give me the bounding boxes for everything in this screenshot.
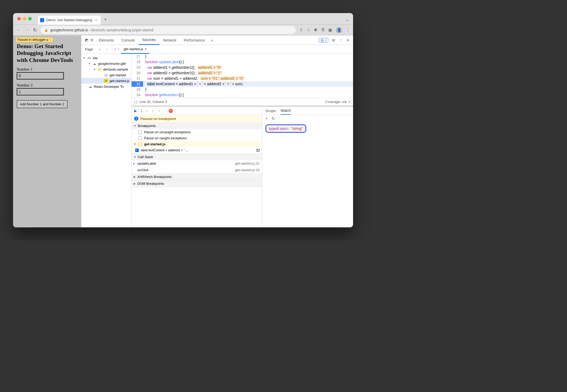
issues-badge[interactable]: ▤ 1 (319, 38, 328, 43)
info-icon: i (134, 117, 138, 121)
stack-frame[interactable]: updateLabelget-started.js:32 (132, 160, 262, 167)
tab-scope[interactable]: Scope (265, 107, 276, 114)
dom-breakpoints-section-header[interactable]: ▶DOM Breakpoints (132, 180, 262, 187)
devtools-panel: ◩ ⧉ Elements Console Sources Network Per… (81, 36, 353, 227)
labs-icon[interactable]: ⚗ (321, 27, 325, 32)
tab-elements[interactable]: Elements (95, 36, 118, 45)
maximize-window-button[interactable] (28, 17, 32, 20)
tab-network[interactable]: Network (159, 36, 180, 45)
pause-uncaught-checkbox[interactable]: Pause on uncaught exceptions (132, 129, 262, 135)
address-bar: ← → ↻ 🔒 googlechrome.github.io/devtools-… (13, 25, 353, 36)
breakpoint-entry[interactable]: label.textContent = addend1 + ' …32 (132, 147, 262, 153)
bookmark-icon[interactable]: ☆ (307, 27, 310, 32)
favicon-icon (40, 18, 44, 22)
navigator-more-button[interactable]: » (97, 47, 103, 51)
breakpoint-file-group[interactable]: ▼⬦get-started.js (132, 141, 262, 147)
close-window-button[interactable] (17, 17, 21, 20)
forward-button[interactable]: → (25, 27, 29, 33)
profile-avatar[interactable]: 👤 (336, 27, 342, 33)
number1-label: Number 1 (17, 67, 77, 72)
number2-label: Number 2 (17, 83, 77, 88)
pause-caught-checkbox[interactable]: Pause on caught exceptions (132, 135, 262, 141)
extensions-icon[interactable]: ✱ (314, 27, 317, 32)
back-button[interactable]: ← (16, 27, 21, 33)
debugger-toolbar: ▶ ⤵ ↓ ↑ → ⛔ (132, 107, 262, 115)
add-watch-button[interactable]: + (265, 116, 268, 121)
lock-icon: 🔒 (44, 28, 48, 32)
step-over-button[interactable]: ⤵ (141, 109, 143, 113)
paused-message: i Paused on breakpoint (132, 115, 262, 123)
resume-icon[interactable]: ▶ (47, 38, 49, 42)
watch-tabs: Scope Watch (262, 107, 353, 115)
close-devtools-button[interactable]: ✕ (346, 38, 349, 42)
watch-panel: Scope Watch + ↻ typeof sum: "string" (262, 107, 353, 227)
window-titlebar: Demo: Get Started Debugging × + ⌄ (13, 13, 353, 25)
code-editor[interactable]: 27} 28function updateLabel() { 29 var ad… (132, 54, 353, 98)
rendered-page: Paused in debugger ▶ ⤵ Demo: Get Started… (13, 36, 81, 227)
share-icon[interactable]: ⇪ (299, 27, 303, 32)
new-tab-button[interactable]: + (104, 17, 107, 22)
breakpoints-section-header[interactable]: ▼Breakpoints (132, 123, 262, 129)
toggle-navigator-icon[interactable]: ⫍◂ (113, 47, 121, 51)
url-host: googlechrome.github.io (50, 28, 88, 32)
tab-performance[interactable]: Performance (180, 36, 208, 45)
step-icon[interactable]: ⤵ (50, 38, 51, 41)
watch-expression[interactable]: typeof sum: "string" (265, 124, 306, 133)
file-navigator: ▼▭top ▼☁googlechrome.gith ▼📁devtools-sam… (81, 54, 132, 227)
open-file-tab[interactable]: get-started.js × (121, 45, 150, 54)
tab-watch[interactable]: Watch (281, 107, 291, 115)
navigator-page-tab[interactable]: Page (81, 47, 97, 51)
traffic-lights (17, 17, 32, 20)
menu-icon[interactable]: ⋮ (346, 27, 350, 32)
url-field[interactable]: 🔒 googlechrome.github.io/devtools-sample… (41, 26, 296, 34)
devtools-tabs: ◩ ⧉ Elements Console Sources Network Per… (81, 36, 353, 45)
devtools-menu-icon[interactable]: ⋮ (339, 38, 343, 42)
deactivate-breakpoints-button[interactable]: ⛔ (168, 109, 173, 113)
tree-top[interactable]: ▼▭top (81, 55, 131, 61)
page-heading: Demo: Get Started Debugging JavaScript w… (17, 43, 77, 64)
step-into-button[interactable]: ↓ (146, 109, 148, 113)
tabs-dropdown-button[interactable]: ⌄ (345, 17, 349, 22)
stack-frame[interactable]: onClickget-started.js:19 (132, 167, 262, 173)
navigator-menu-button[interactable]: ⋮ (103, 47, 111, 51)
add-button[interactable]: Add Number 1 and Number 2 (17, 100, 67, 108)
coverage-status: Coverage: n/a (325, 100, 347, 104)
sidepanel-icon[interactable]: ▣ (328, 27, 332, 32)
browser-tab[interactable]: Demo: Get Started Debugging × (38, 16, 101, 25)
tab-console[interactable]: Console (118, 36, 138, 45)
sources-subbar: Page » ⋮ ⫍◂ get-started.js × (81, 45, 353, 54)
url-path: /devtools-samples/debug-js/get-started (90, 28, 154, 32)
step-button[interactable]: → (157, 109, 161, 113)
number2-input[interactable] (17, 88, 64, 95)
resume-button[interactable]: ▶ (134, 109, 137, 113)
watch-toolbar: + ↻ (262, 115, 353, 122)
coverage-dropdown-icon[interactable]: ▾ (349, 100, 350, 104)
tree-folder[interactable]: ▼📁devtools-sample (81, 66, 131, 72)
cursor-position: Line 32, Column 3 (139, 100, 167, 104)
close-tab-button[interactable]: × (95, 18, 97, 22)
minimize-window-button[interactable] (23, 17, 26, 20)
xhr-breakpoints-section-header[interactable]: ▶XHR/fetch Breakpoints (132, 174, 262, 180)
tab-sources[interactable]: Sources (139, 36, 159, 45)
paused-overlay-text: Paused in debugger (18, 38, 46, 42)
close-file-button[interactable]: × (145, 47, 147, 51)
tree-extension[interactable]: ☁React Developer To (81, 84, 131, 89)
settings-icon[interactable]: ⚙ (332, 38, 335, 42)
reload-button[interactable]: ↻ (33, 27, 37, 33)
tree-file-js[interactable]: JSget-started.js (81, 78, 131, 84)
tree-file-html[interactable]: ▤get-started (81, 72, 131, 78)
paused-overlay: Paused in debugger ▶ ⤵ (16, 37, 53, 42)
number1-input[interactable] (17, 72, 64, 79)
refresh-watch-button[interactable]: ↻ (271, 116, 275, 121)
pretty-print-icon[interactable]: { } (134, 100, 137, 104)
device-icon[interactable]: ⧉ (90, 38, 93, 42)
more-tabs-button[interactable]: » (208, 38, 216, 42)
tab-title: Demo: Get Started Debugging (46, 18, 92, 22)
call-stack-section-header[interactable]: ▼Call Stack (132, 154, 262, 160)
tree-domain[interactable]: ▼☁googlechrome.gith (81, 61, 131, 66)
inspect-icon[interactable]: ◩ (85, 38, 88, 42)
editor-status-bar: { } Line 32, Column 3 Coverage: n/a ▾ (132, 98, 353, 106)
debugger-sidebar: ▶ ⤵ ↓ ↑ → ⛔ i Paused on breakpoint (132, 107, 262, 227)
step-out-button[interactable]: ↑ (152, 109, 154, 113)
